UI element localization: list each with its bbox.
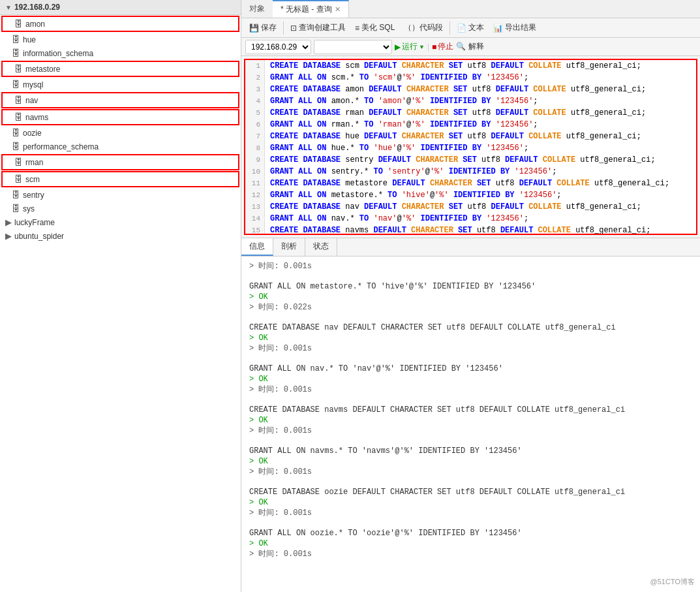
result-ok: > OK [249,375,692,384]
right-panel: 对象 * 无标题 - 查询 ✕ 💾 保存 ⊡ 查询创建工具 ≡ 美化 SQL [241,0,700,592]
export-icon: 📊 [493,23,503,33]
code-line: 11CREATE DATABASE metastore DEFAULT CHAR… [245,178,696,189]
results-tab-状态[interactable]: 状态 [305,238,337,256]
db-icon: 🗄 [14,112,23,122]
sidebar-item-label: mysql [23,80,43,89]
results-tab-剖析[interactable]: 剖析 [273,238,305,256]
save-icon: 💾 [249,23,259,33]
code-line: 1CREATE DATABASE scm DEFAULT CHARACTER S… [245,60,696,72]
sidebar-item-label: sys [23,204,35,213]
result-time: > 时间: 0.001s [249,466,692,477]
db-icon: 🗄 [14,95,23,105]
db-icon: 🗄 [14,157,23,167]
query-builder-button[interactable]: ⊡ 查询创建工具 [286,21,350,35]
tab-bar: 对象 * 无标题 - 查询 ✕ [241,0,700,18]
db-icon: 🗄 [12,128,20,138]
sidebar-item-label: information_schema [23,49,93,58]
line-number: 14 [245,213,265,225]
sidebar-item-ubuntu_spider[interactable]: ▶ ubuntu_spider [0,229,241,243]
tab-query[interactable]: * 无标题 - 查询 ✕ [273,0,349,18]
result-time: > 时间: 0.001s [249,343,692,354]
result-ok: > OK [249,498,692,507]
sidebar-item-nav[interactable]: 🗄nav [1,92,239,108]
address-bar: 192.168.0.29 ▶ 运行 ▼ | ■ 停止 🔍 解释 [241,38,700,56]
line-number: 12 [245,189,265,201]
line-number: 8 [245,142,265,154]
code-snippet-label: （）代码段 [404,22,443,33]
text-icon: 📄 [457,23,466,33]
code-line: 4GRANT ALL ON amon.* TO 'amon'@'%' IDENT… [245,95,696,107]
code-line: 7CREATE DATABASE hue DEFAULT CHARACTER S… [245,131,696,142]
sidebar-item-hue[interactable]: 🗄hue [0,33,241,46]
watermark: @51CTO博客 [650,577,695,587]
line-content: GRANT ALL ON amon.* TO 'amon'@'%' IDENTI… [265,95,696,107]
line-content: CREATE DATABASE navms DEFAULT CHARACTER … [265,225,696,235]
sidebar-item-scm[interactable]: 🗄scm [1,171,239,187]
sidebar-item-label: ubuntu_spider [14,232,64,241]
line-content: GRANT ALL ON scm.* TO 'scm'@'%' IDENTIFI… [265,72,696,84]
sidebar-item-label: nav [25,96,38,105]
result-time: > 时间: 0.022s [249,302,692,313]
beautify-sql-button[interactable]: ≡ 美化 SQL [351,21,399,35]
sidebar-item-label: metastore [25,65,60,74]
sidebar-item-label: navms [25,113,48,122]
db-icon: 🗄 [12,204,20,213]
db-icon: 🗄 [12,35,20,44]
line-content: GRANT ALL ON hue.* TO 'hue'@'%' IDENTIFI… [265,142,696,154]
text-button[interactable]: 📄 文本 [453,21,488,35]
sidebar-item-sys[interactable]: 🗄sys [0,202,241,215]
code-line: 13CREATE DATABASE nav DEFAULT CHARACTER … [245,201,696,213]
line-content: CREATE DATABASE sentry DEFAULT CHARACTER… [265,154,696,166]
sidebar-item-navms[interactable]: 🗄navms [1,109,239,125]
sidebar-item-luckyFrame[interactable]: ▶ luckyFrame [0,215,241,229]
sidebar-item-label: hue [23,35,36,44]
tab-objects[interactable]: 对象 [241,0,273,18]
line-number: 6 [245,119,265,131]
db-icon: 🗄 [14,19,23,29]
sidebar-item-amon[interactable]: 🗄amon [1,16,239,32]
sidebar-item-mysql[interactable]: 🗄mysql [0,78,241,91]
server-select[interactable]: 192.168.0.29 [245,40,311,54]
run-icon: ▶ [395,42,401,52]
result-stmt: CREATE DATABASE oozie DEFAULT CHARACTER … [249,488,692,497]
sidebar-item-list: 🗄amon🗄hue🗄information_schema🗄metastore🗄m… [0,16,241,243]
sidebar-item-sentry[interactable]: 🗄sentry [0,188,241,202]
save-button[interactable]: 💾 保存 [245,21,281,35]
result-block: GRANT ALL ON navms.* TO 'navms'@'%' IDEN… [249,446,692,477]
code-snippet-button[interactable]: （）代码段 [400,21,447,35]
line-content: CREATE DATABASE metastore DEFAULT CHARAC… [265,178,696,189]
code-line: 3CREATE DATABASE amon DEFAULT CHARACTER … [245,84,696,95]
results-area: 信息剖析状态 > 时间: 0.001sGRANT ALL ON metastor… [241,238,700,592]
sidebar-item-rman[interactable]: 🗄rman [1,154,239,170]
result-block: CREATE DATABASE navms DEFAULT CHARACTER … [249,405,692,436]
result-stmt: CREATE DATABASE nav DEFAULT CHARACTER SE… [249,323,692,332]
explain-button[interactable]: 🔍 解释 [456,41,483,52]
sep1 [283,22,284,35]
sidebar-item-oozie[interactable]: 🗄oozie [0,126,241,140]
db-select[interactable] [314,40,392,54]
beautify-icon: ≡ [355,23,359,33]
result-block: > 时间: 0.001s [249,260,692,272]
line-content: GRANT ALL ON rman.* TO 'rman'@'%' IDENTI… [265,119,696,131]
result-block: CREATE DATABASE oozie DEFAULT CHARACTER … [249,488,692,518]
close-icon[interactable]: ✕ [335,5,341,14]
sidebar-item-performance_schema[interactable]: 🗄performance_schema [0,140,241,153]
code-editor[interactable]: 1CREATE DATABASE scm DEFAULT CHARACTER S… [244,59,697,235]
result-block: GRANT ALL ON metastore.* TO 'hive'@'%' I… [249,282,692,313]
save-label: 保存 [261,22,277,33]
results-tab-信息[interactable]: 信息 [241,238,273,256]
stop-button[interactable]: ■ 停止 [432,41,453,52]
line-content: CREATE DATABASE hue DEFAULT CHARACTER SE… [265,131,696,142]
run-button[interactable]: ▶ 运行 ▼ [395,41,425,52]
sidebar-item-information_schema[interactable]: 🗄information_schema [0,46,241,60]
result-ok: > OK [249,292,692,302]
export-button[interactable]: 📊 导出结果 [489,21,540,35]
db-icon: 🗄 [12,48,20,58]
stop-icon: ■ [432,42,436,52]
sidebar-item-metastore[interactable]: 🗄metastore [1,61,239,77]
sep2 [449,22,450,35]
stop-label: 停止 [438,41,453,52]
db-icon: 🗄 [14,64,23,74]
sidebar-item-label: luckyFrame [14,218,55,227]
db-icon: ▶ [5,231,12,241]
